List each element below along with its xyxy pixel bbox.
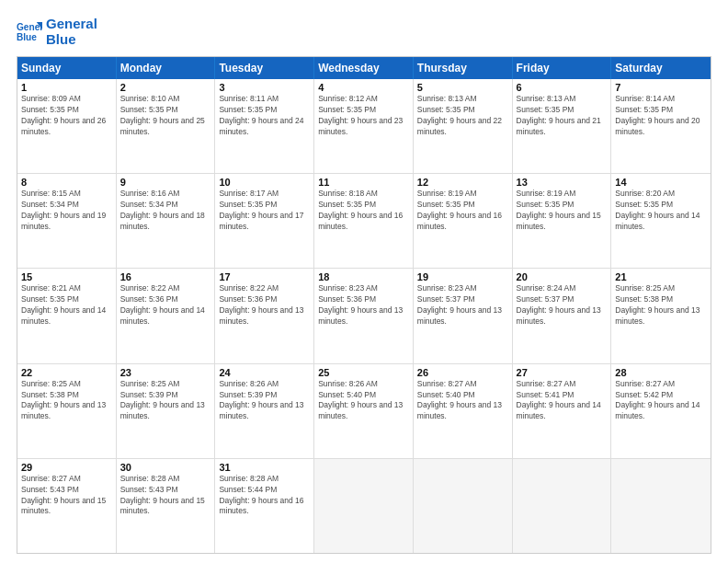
sunrise-label: Sunrise: 8:20 AM [615, 189, 675, 198]
sunrise-label: Sunrise: 8:27 AM [615, 379, 675, 388]
day-number: 21 [615, 271, 707, 282]
sunrise-label: Sunrise: 8:22 AM [219, 283, 279, 293]
daylight-label: Daylight: 9 hours and 14 minutes. [120, 305, 205, 326]
day-info: Sunrise: 8:25 AM Sunset: 5:39 PM Dayligh… [120, 379, 211, 423]
day-number: 7 [615, 82, 707, 93]
sunrise-label: Sunrise: 8:23 AM [417, 283, 477, 293]
sunrise-label: Sunrise: 8:28 AM [219, 474, 279, 483]
sunset-label: Sunset: 5:40 PM [417, 390, 475, 399]
calendar-cell: 7 Sunrise: 8:14 AM Sunset: 5:35 PM Dayli… [611, 79, 711, 173]
logo-text: GeneralBlue [46, 17, 97, 47]
day-info: Sunrise: 8:13 AM Sunset: 5:35 PM Dayligh… [517, 94, 608, 138]
sunset-label: Sunset: 5:35 PM [21, 294, 79, 304]
cal-header-day: Thursday [414, 57, 513, 79]
sunset-label: Sunset: 5:37 PM [517, 294, 574, 304]
calendar-cell: 17 Sunrise: 8:22 AM Sunset: 5:36 PM Dayl… [215, 269, 314, 362]
daylight-label: Daylight: 9 hours and 13 minutes. [318, 305, 403, 326]
sunrise-label: Sunrise: 8:13 AM [517, 94, 576, 103]
daylight-label: Daylight: 9 hours and 24 minutes. [219, 116, 303, 136]
day-info: Sunrise: 8:09 AM Sunset: 5:35 PM Dayligh… [21, 94, 112, 138]
day-info: Sunrise: 8:15 AM Sunset: 5:34 PM Dayligh… [21, 189, 112, 233]
day-info: Sunrise: 8:27 AM Sunset: 5:42 PM Dayligh… [615, 379, 707, 423]
calendar-cell: 13 Sunrise: 8:19 AM Sunset: 5:35 PM Dayl… [513, 174, 612, 268]
sunrise-label: Sunrise: 8:11 AM [219, 94, 279, 103]
day-info: Sunrise: 8:12 AM Sunset: 5:35 PM Dayligh… [318, 94, 409, 138]
calendar-cell: 18 Sunrise: 8:23 AM Sunset: 5:36 PM Dayl… [314, 269, 414, 362]
calendar-cell: 4 Sunrise: 8:12 AM Sunset: 5:35 PM Dayli… [314, 79, 414, 173]
calendar-row: 29 Sunrise: 8:27 AM Sunset: 5:43 PM Dayl… [17, 458, 711, 553]
daylight-label: Daylight: 9 hours and 15 minutes. [517, 211, 601, 231]
calendar: SundayMondayTuesdayWednesdayThursdayFrid… [17, 56, 711, 554]
calendar-cell: 20 Sunrise: 8:24 AM Sunset: 5:37 PM Dayl… [513, 269, 612, 362]
calendar-cell: 27 Sunrise: 8:27 AM Sunset: 5:41 PM Dayl… [513, 364, 612, 458]
calendar-cell [414, 459, 513, 553]
sunrise-label: Sunrise: 8:25 AM [21, 379, 81, 388]
day-number: 30 [120, 462, 211, 473]
daylight-label: Daylight: 9 hours and 14 minutes. [615, 400, 700, 420]
daylight-label: Daylight: 9 hours and 13 minutes. [21, 400, 106, 420]
sunrise-label: Sunrise: 8:19 AM [517, 189, 576, 198]
daylight-label: Daylight: 9 hours and 13 minutes. [318, 400, 403, 420]
day-info: Sunrise: 8:27 AM Sunset: 5:40 PM Dayligh… [417, 379, 508, 423]
sunset-label: Sunset: 5:43 PM [21, 485, 79, 494]
day-info: Sunrise: 8:28 AM Sunset: 5:44 PM Dayligh… [219, 474, 310, 518]
calendar-header: SundayMondayTuesdayWednesdayThursdayFrid… [17, 57, 711, 79]
sunrise-label: Sunrise: 8:25 AM [615, 283, 675, 293]
day-info: Sunrise: 8:22 AM Sunset: 5:36 PM Dayligh… [219, 283, 310, 327]
day-number: 10 [219, 177, 310, 188]
sunset-label: Sunset: 5:36 PM [120, 294, 178, 304]
daylight-label: Daylight: 9 hours and 13 minutes. [120, 400, 205, 420]
day-info: Sunrise: 8:19 AM Sunset: 5:35 PM Dayligh… [417, 189, 508, 233]
calendar-cell: 24 Sunrise: 8:26 AM Sunset: 5:39 PM Dayl… [215, 364, 314, 458]
cal-header-day: Tuesday [215, 57, 314, 79]
daylight-label: Daylight: 9 hours and 13 minutes. [517, 305, 601, 326]
calendar-cell: 26 Sunrise: 8:27 AM Sunset: 5:40 PM Dayl… [414, 364, 513, 458]
page-header: General Blue GeneralBlue [17, 17, 711, 47]
cal-header-day: Friday [513, 57, 612, 79]
day-number: 18 [318, 271, 409, 282]
calendar-cell: 15 Sunrise: 8:21 AM Sunset: 5:35 PM Dayl… [17, 269, 117, 362]
day-info: Sunrise: 8:26 AM Sunset: 5:39 PM Dayligh… [219, 379, 310, 423]
sunrise-label: Sunrise: 8:23 AM [318, 283, 378, 293]
daylight-label: Daylight: 9 hours and 14 minutes. [615, 211, 700, 231]
cal-header-day: Wednesday [314, 57, 414, 79]
sunrise-label: Sunrise: 8:18 AM [318, 189, 378, 198]
calendar-row: 8 Sunrise: 8:15 AM Sunset: 5:34 PM Dayli… [17, 173, 711, 268]
day-number: 23 [120, 367, 211, 378]
calendar-row: 15 Sunrise: 8:21 AM Sunset: 5:35 PM Dayl… [17, 268, 711, 362]
day-number: 2 [120, 82, 211, 93]
day-number: 22 [21, 367, 112, 378]
sunset-label: Sunset: 5:38 PM [21, 390, 79, 399]
daylight-label: Daylight: 9 hours and 14 minutes. [517, 400, 601, 420]
calendar-cell: 6 Sunrise: 8:13 AM Sunset: 5:35 PM Dayli… [513, 79, 612, 173]
daylight-label: Daylight: 9 hours and 16 minutes. [219, 496, 303, 516]
sunset-label: Sunset: 5:35 PM [615, 200, 673, 209]
sunrise-label: Sunrise: 8:16 AM [120, 189, 180, 198]
calendar-row: 1 Sunrise: 8:09 AM Sunset: 5:35 PM Dayli… [17, 79, 711, 173]
daylight-label: Daylight: 9 hours and 19 minutes. [21, 211, 106, 231]
daylight-label: Daylight: 9 hours and 13 minutes. [615, 305, 700, 326]
day-info: Sunrise: 8:23 AM Sunset: 5:37 PM Dayligh… [417, 283, 508, 327]
sunset-label: Sunset: 5:35 PM [219, 200, 277, 209]
day-number: 12 [417, 177, 508, 188]
sunrise-label: Sunrise: 8:27 AM [517, 379, 576, 388]
day-number: 20 [517, 271, 608, 282]
daylight-label: Daylight: 9 hours and 13 minutes. [219, 400, 303, 420]
sunset-label: Sunset: 5:35 PM [517, 200, 574, 209]
sunrise-label: Sunrise: 8:19 AM [417, 189, 477, 198]
day-number: 19 [417, 271, 508, 282]
day-number: 16 [120, 271, 211, 282]
calendar-cell: 1 Sunrise: 8:09 AM Sunset: 5:35 PM Dayli… [17, 79, 117, 173]
sunset-label: Sunset: 5:41 PM [517, 390, 574, 399]
sunset-label: Sunset: 5:39 PM [219, 390, 277, 399]
sunset-label: Sunset: 5:35 PM [417, 105, 475, 114]
day-number: 1 [21, 82, 112, 93]
calendar-cell: 14 Sunrise: 8:20 AM Sunset: 5:35 PM Dayl… [611, 174, 711, 268]
daylight-label: Daylight: 9 hours and 14 minutes. [21, 305, 106, 326]
calendar-cell: 29 Sunrise: 8:27 AM Sunset: 5:43 PM Dayl… [17, 459, 117, 553]
sunrise-label: Sunrise: 8:26 AM [318, 379, 378, 388]
sunset-label: Sunset: 5:35 PM [219, 105, 277, 114]
sunrise-label: Sunrise: 8:27 AM [417, 379, 477, 388]
calendar-cell: 11 Sunrise: 8:18 AM Sunset: 5:35 PM Dayl… [314, 174, 414, 268]
sunrise-label: Sunrise: 8:25 AM [120, 379, 180, 388]
